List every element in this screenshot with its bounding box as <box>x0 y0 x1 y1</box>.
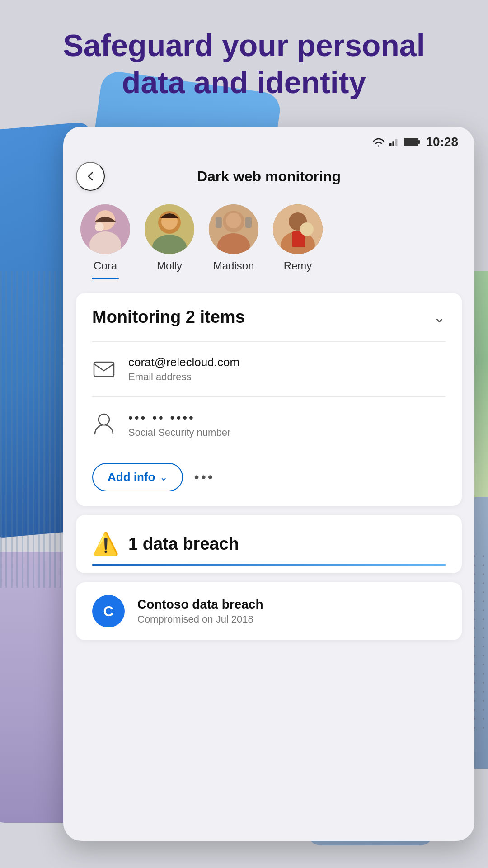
wifi-icon <box>372 137 385 147</box>
ssn-value: ••• •• •••• <box>128 410 230 425</box>
svg-rect-16 <box>245 217 252 228</box>
svg-rect-2 <box>395 139 398 147</box>
add-info-button[interactable]: Add info ⌄ <box>92 463 183 491</box>
svg-point-6 <box>95 222 104 231</box>
svg-point-14 <box>226 213 241 228</box>
add-info-label: Add info <box>108 470 155 484</box>
breach-title: 1 data breach <box>128 534 239 554</box>
breach-initial: C <box>103 603 113 620</box>
monitoring-header[interactable]: Monitoring 2 items ⌄ <box>76 293 462 341</box>
svg-point-24 <box>99 414 109 425</box>
avatar-remy <box>273 204 323 254</box>
breach-avatar: C <box>92 595 125 627</box>
status-time: 10:28 <box>426 135 458 149</box>
person-icon <box>92 413 116 436</box>
profile-active-indicator <box>92 278 119 279</box>
chevron-left-icon <box>84 170 97 183</box>
profile-item-molly[interactable]: Molly <box>145 204 194 272</box>
app-content: Dark web monitoring Cora <box>63 153 474 667</box>
svg-rect-15 <box>216 217 222 228</box>
warning-icon: ⚠️ <box>92 531 119 557</box>
breach-item-text: Contoso data breach Compromised on Jul 2… <box>137 597 263 625</box>
monitoring-title: Monitoring 2 items <box>92 307 245 327</box>
profile-item-cora[interactable]: Cora <box>80 204 130 279</box>
breach-item-detail: Compromised on Jul 2018 <box>137 613 263 625</box>
more-options-button[interactable]: ••• <box>194 469 215 486</box>
screen-title: Dark web monitoring <box>105 168 433 185</box>
top-nav: Dark web monitoring <box>76 153 462 204</box>
profile-row: Cora Molly <box>76 204 462 293</box>
add-info-row: Add info ⌄ ••• <box>76 452 462 506</box>
email-icon <box>92 358 116 381</box>
ssn-monitoring-item[interactable]: ••• •• •••• Social Security number <box>76 397 462 452</box>
avatar-cora <box>80 204 130 254</box>
back-button[interactable] <box>76 162 105 191</box>
ssn-text: ••• •• •••• Social Security number <box>128 410 230 439</box>
avatar-molly <box>145 204 194 254</box>
svg-rect-0 <box>389 143 392 146</box>
profile-item-madison[interactable]: Madison <box>209 204 258 272</box>
svg-rect-1 <box>393 141 395 146</box>
add-info-chevron-icon: ⌄ <box>160 472 168 483</box>
monitoring-card: Monitoring 2 items ⌄ corat@relecloud.com… <box>76 293 462 506</box>
battery-icon <box>404 138 418 146</box>
breach-header: ⚠️ 1 data breach <box>76 515 462 564</box>
status-bar: 10:28 <box>63 127 474 153</box>
breach-item-card[interactable]: C Contoso data breach Compromised on Jul… <box>76 582 462 640</box>
email-text: corat@relecloud.com Email address <box>128 355 239 383</box>
page-title: Safeguard your personal data and identit… <box>36 27 452 101</box>
profile-name-madison: Madison <box>213 259 254 272</box>
email-value: corat@relecloud.com <box>128 355 239 369</box>
profile-item-remy[interactable]: Remy <box>273 204 323 272</box>
phone-card: 10:28 Dark web monitoring <box>63 127 474 841</box>
status-icons <box>372 137 418 147</box>
breach-item-name: Contoso data breach <box>137 597 263 612</box>
svg-point-22 <box>300 222 314 236</box>
chevron-down-icon: ⌄ <box>433 309 446 326</box>
signal-icon <box>389 137 399 147</box>
profile-name-molly: Molly <box>157 259 182 272</box>
breach-card: ⚠️ 1 data breach <box>76 515 462 573</box>
email-monitoring-item[interactable]: corat@relecloud.com Email address <box>76 342 462 396</box>
profile-name-remy: Remy <box>284 259 312 272</box>
svg-rect-23 <box>94 362 114 377</box>
profile-name-cora: Cora <box>94 259 117 272</box>
ssn-label: Social Security number <box>128 427 230 439</box>
page-header: Safeguard your personal data and identit… <box>0 27 488 101</box>
avatar-madison <box>209 204 258 254</box>
email-label: Email address <box>128 371 239 383</box>
